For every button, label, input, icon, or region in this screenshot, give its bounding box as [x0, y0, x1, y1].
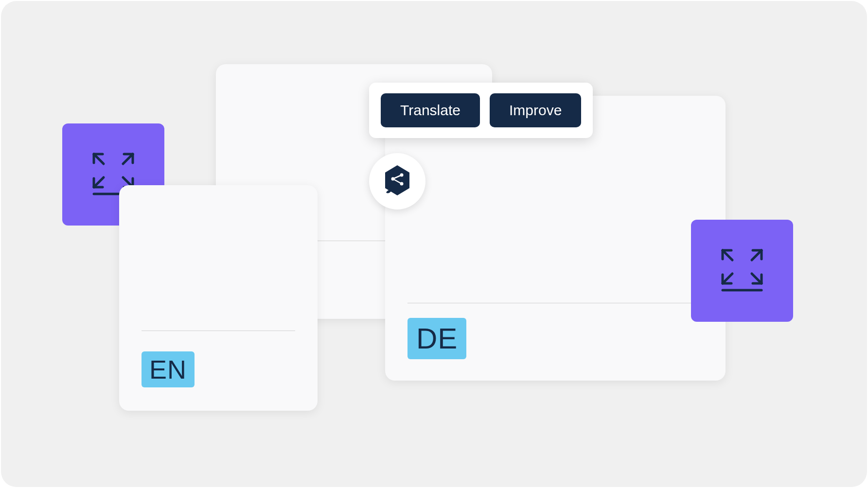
- svg-line-22: [752, 274, 762, 283]
- app-logo: [369, 153, 425, 209]
- card-divider: [142, 331, 295, 331]
- card-divider: [407, 303, 703, 303]
- language-card-en: EN: [119, 185, 318, 411]
- language-badge-de: DE: [407, 318, 466, 359]
- hexagon-share-icon: [383, 164, 411, 198]
- action-toolbar: Translate Improve: [369, 83, 593, 138]
- translate-button[interactable]: Translate: [381, 93, 480, 127]
- canvas: JA EN DE: [1, 1, 867, 487]
- improve-button[interactable]: Improve: [490, 93, 581, 127]
- svg-line-6: [94, 177, 104, 187]
- svg-line-3: [123, 154, 133, 164]
- svg-line-19: [723, 274, 732, 283]
- svg-line-16: [752, 250, 762, 260]
- language-badge-en: EN: [142, 351, 195, 387]
- svg-line-0: [94, 154, 104, 164]
- svg-line-13: [723, 250, 732, 260]
- language-card-de: DE: [385, 96, 726, 381]
- expand-icon: [718, 245, 766, 296]
- expand-tile-decorative: [691, 220, 793, 322]
